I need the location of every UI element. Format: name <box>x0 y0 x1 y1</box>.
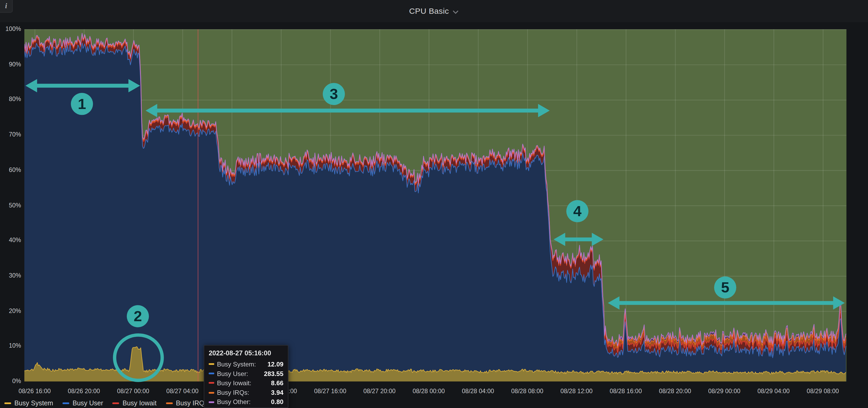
annotation-badge-3: 3 <box>323 83 345 105</box>
legend-item-busy-system[interactable]: Busy System <box>4 399 53 407</box>
x-tick-label: 08/29 08:00 <box>796 387 849 394</box>
y-tick-label: 10% <box>0 342 21 349</box>
tooltip-row: Busy Other:0.80 <box>209 398 283 407</box>
legend-item-busy-iowait[interactable]: Busy Iowait <box>113 399 156 407</box>
tooltip-series-label: Busy IRQs: <box>217 389 269 396</box>
tooltip-series-label: Busy Other: <box>217 399 269 405</box>
tooltip-series-label: Busy System: <box>217 361 265 368</box>
legend-color-icon <box>4 402 11 404</box>
grafana-panel-viewport: i CPU Basic 0%10%20%30%40%50%60%70%80%90… <box>0 0 868 408</box>
y-tick-label: 60% <box>0 166 21 173</box>
series-color-icon <box>209 392 214 394</box>
tooltip-series-value: 0.80 <box>271 399 284 405</box>
x-tick-label: 08/26 20:00 <box>57 387 111 394</box>
x-tick-label: 08/26 16:00 <box>8 387 61 394</box>
cpu-basic-panel: i CPU Basic 0%10%20%30%40%50%60%70%80%90… <box>0 0 868 408</box>
tooltip-series-value: 12.09 <box>268 361 283 368</box>
tooltip-series-value: 8.66 <box>271 380 284 386</box>
x-tick-label: 08/27 20:00 <box>353 387 406 394</box>
tooltip-timestamp: 2022-08-27 05:16:00 <box>209 349 283 357</box>
x-tick-label: 08/29 04:00 <box>747 387 800 394</box>
y-tick-label: 40% <box>0 237 21 243</box>
tooltip-row: Busy System:12.09 <box>209 359 283 369</box>
tooltip-series-value: 3.94 <box>271 389 284 396</box>
y-tick-label: 90% <box>0 61 21 67</box>
legend-color-icon <box>166 402 173 404</box>
x-tick-label: 08/28 00:00 <box>402 387 456 394</box>
legend-label: Busy IRQs <box>176 399 208 407</box>
y-tick-label: 100% <box>0 25 21 32</box>
legend-label: Busy Iowait <box>123 399 156 407</box>
series-color-icon <box>209 363 214 365</box>
legend-label: Busy User <box>72 399 103 407</box>
legend-color-icon <box>62 402 69 404</box>
legend-item-busy-user[interactable]: Busy User <box>62 399 103 407</box>
tooltip-row: Busy IRQs:3.94 <box>209 388 283 398</box>
x-tick-label: 08/27 16:00 <box>304 387 357 394</box>
tooltip-series-label: Busy Iowait: <box>217 380 269 386</box>
cpu-usage-chart[interactable] <box>24 29 846 381</box>
x-tick-label: 08/28 12:00 <box>550 387 603 394</box>
x-tick-label: 08/27 04:00 <box>156 387 209 394</box>
y-tick-label: 80% <box>0 96 21 102</box>
series-color-icon <box>209 382 214 384</box>
annotation-badge-2: 2 <box>127 305 149 327</box>
annotation-badge-5: 5 <box>714 276 736 299</box>
series-color-icon <box>209 401 214 403</box>
chevron-down-icon <box>452 8 459 15</box>
x-tick-label: 08/27 00:00 <box>106 387 160 394</box>
legend-label: Busy System <box>14 399 53 407</box>
annotation-badge-1: 1 <box>71 93 93 115</box>
x-tick-label: 08/28 08:00 <box>501 387 554 394</box>
legend-item-busy-irqs[interactable]: Busy IRQs <box>166 399 208 407</box>
tooltip-series-label: Busy User: <box>217 370 261 377</box>
series-color-icon <box>209 373 214 374</box>
panel-title: CPU Basic <box>409 7 449 15</box>
legend-color-icon <box>113 402 119 404</box>
x-tick-label: 08/29 00:00 <box>698 387 751 394</box>
panel-title-button[interactable]: CPU Basic <box>0 0 868 22</box>
y-tick-label: 20% <box>0 307 21 314</box>
tooltip-row: Busy Iowait:8.66 <box>209 378 283 388</box>
y-tick-label: 50% <box>0 202 21 208</box>
chart-legend: Busy SystemBusy UserBusy IowaitBusy IRQs <box>4 399 208 407</box>
tooltip-series-value: 283.55 <box>264 370 284 377</box>
y-tick-label: 70% <box>0 131 21 138</box>
x-tick-label: 08/28 16:00 <box>599 387 652 394</box>
x-tick-label: 08/28 04:00 <box>452 387 505 394</box>
chart-tooltip: 2022-08-27 05:16:00 Busy System:12.09Bus… <box>204 345 288 408</box>
annotation-badge-4: 4 <box>566 200 589 222</box>
y-tick-label: 0% <box>0 378 21 384</box>
y-tick-label: 30% <box>0 272 21 279</box>
x-tick-label: 08/28 20:00 <box>649 387 702 394</box>
tooltip-row: Busy User:283.55 <box>209 369 283 378</box>
